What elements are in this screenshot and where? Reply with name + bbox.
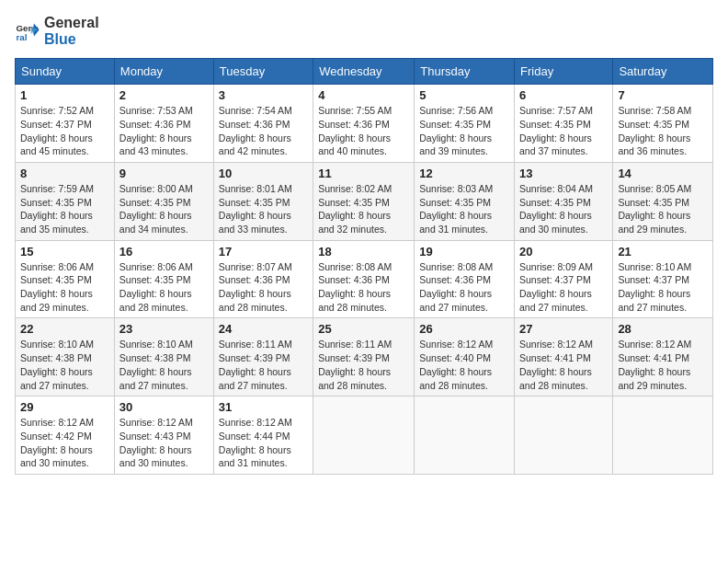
calendar-cell: 11 Sunrise: 8:02 AM Sunset: 4:35 PM Dayl… xyxy=(313,162,415,240)
calendar-week-1: 1 Sunrise: 7:52 AM Sunset: 4:37 PM Dayli… xyxy=(16,85,713,163)
day-number: 23 xyxy=(119,322,209,336)
day-number: 5 xyxy=(419,88,509,102)
day-number: 11 xyxy=(318,167,409,180)
day-number: 28 xyxy=(618,322,708,336)
calendar-cell: 10 Sunrise: 8:01 AM Sunset: 4:35 PM Dayl… xyxy=(213,162,313,240)
day-number: 3 xyxy=(219,88,308,102)
day-detail: Sunrise: 8:11 AM Sunset: 4:39 PM Dayligh… xyxy=(219,338,308,392)
calendar-cell: 30 Sunrise: 8:12 AM Sunset: 4:43 PM Dayl… xyxy=(114,396,213,475)
col-header-thursday: Thursday xyxy=(415,59,515,85)
calendar-cell: 24 Sunrise: 8:11 AM Sunset: 4:39 PM Dayl… xyxy=(213,318,313,396)
day-number: 18 xyxy=(318,245,409,259)
calendar-cell xyxy=(515,396,613,475)
day-number: 12 xyxy=(419,167,509,180)
calendar-cell: 6 Sunrise: 7:57 AM Sunset: 4:35 PM Dayli… xyxy=(515,85,613,163)
day-detail: Sunrise: 7:59 AM Sunset: 4:35 PM Dayligh… xyxy=(20,182,109,236)
col-header-friday: Friday xyxy=(515,59,613,85)
day-detail: Sunrise: 8:08 AM Sunset: 4:36 PM Dayligh… xyxy=(419,260,509,315)
day-detail: Sunrise: 7:55 AM Sunset: 4:36 PM Dayligh… xyxy=(318,104,409,158)
calendar-week-4: 22 Sunrise: 8:10 AM Sunset: 4:38 PM Dayl… xyxy=(16,318,713,396)
calendar-cell: 27 Sunrise: 8:12 AM Sunset: 4:41 PM Dayl… xyxy=(515,318,613,396)
day-number: 19 xyxy=(419,245,509,259)
page-header: Gene ral General Blue xyxy=(15,15,713,47)
day-detail: Sunrise: 8:08 AM Sunset: 4:36 PM Dayligh… xyxy=(318,260,409,315)
calendar-week-2: 8 Sunrise: 7:59 AM Sunset: 4:35 PM Dayli… xyxy=(16,162,713,240)
col-header-sunday: Sunday xyxy=(16,59,115,85)
svg-text:ral: ral xyxy=(16,31,27,41)
day-number: 24 xyxy=(219,322,308,336)
day-detail: Sunrise: 7:56 AM Sunset: 4:35 PM Dayligh… xyxy=(419,104,509,158)
day-number: 15 xyxy=(20,245,109,259)
calendar-header-row: SundayMondayTuesdayWednesdayThursdayFrid… xyxy=(16,59,713,85)
calendar-cell: 7 Sunrise: 7:58 AM Sunset: 4:35 PM Dayli… xyxy=(613,85,713,163)
day-number: 14 xyxy=(618,167,708,180)
calendar-week-5: 29 Sunrise: 8:12 AM Sunset: 4:42 PM Dayl… xyxy=(16,396,713,475)
day-number: 25 xyxy=(318,322,409,336)
calendar-cell: 19 Sunrise: 8:08 AM Sunset: 4:36 PM Dayl… xyxy=(415,240,515,318)
calendar-cell: 17 Sunrise: 8:07 AM Sunset: 4:36 PM Dayl… xyxy=(213,240,313,318)
calendar-cell: 15 Sunrise: 8:06 AM Sunset: 4:35 PM Dayl… xyxy=(16,240,115,318)
day-detail: Sunrise: 8:02 AM Sunset: 4:35 PM Dayligh… xyxy=(318,182,409,236)
day-detail: Sunrise: 8:12 AM Sunset: 4:41 PM Dayligh… xyxy=(618,338,708,392)
col-header-wednesday: Wednesday xyxy=(313,59,415,85)
day-number: 31 xyxy=(219,400,308,414)
day-number: 20 xyxy=(519,245,608,259)
day-number: 16 xyxy=(119,245,209,259)
calendar-cell: 4 Sunrise: 7:55 AM Sunset: 4:36 PM Dayli… xyxy=(313,85,415,163)
day-number: 30 xyxy=(119,400,209,414)
day-number: 8 xyxy=(20,167,109,180)
calendar-cell: 18 Sunrise: 8:08 AM Sunset: 4:36 PM Dayl… xyxy=(313,240,415,318)
day-detail: Sunrise: 7:53 AM Sunset: 4:36 PM Dayligh… xyxy=(119,104,209,158)
day-number: 6 xyxy=(519,88,608,102)
calendar-cell: 29 Sunrise: 8:12 AM Sunset: 4:42 PM Dayl… xyxy=(16,396,115,475)
day-number: 1 xyxy=(20,88,109,102)
calendar-cell: 5 Sunrise: 7:56 AM Sunset: 4:35 PM Dayli… xyxy=(415,85,515,163)
col-header-monday: Monday xyxy=(114,59,213,85)
calendar-week-3: 15 Sunrise: 8:06 AM Sunset: 4:35 PM Dayl… xyxy=(16,240,713,318)
day-number: 17 xyxy=(219,245,308,259)
day-number: 2 xyxy=(119,88,209,102)
day-detail: Sunrise: 8:10 AM Sunset: 4:37 PM Dayligh… xyxy=(618,260,708,315)
logo-text-line1: General xyxy=(44,15,99,31)
day-detail: Sunrise: 8:12 AM Sunset: 4:44 PM Dayligh… xyxy=(219,416,308,470)
logo: Gene ral General Blue xyxy=(15,15,99,47)
day-detail: Sunrise: 8:07 AM Sunset: 4:36 PM Dayligh… xyxy=(219,260,308,315)
day-number: 27 xyxy=(519,322,608,336)
day-detail: Sunrise: 8:12 AM Sunset: 4:40 PM Dayligh… xyxy=(419,338,509,392)
calendar-cell: 21 Sunrise: 8:10 AM Sunset: 4:37 PM Dayl… xyxy=(613,240,713,318)
logo-icon: Gene ral xyxy=(15,18,40,44)
calendar-cell: 25 Sunrise: 8:11 AM Sunset: 4:39 PM Dayl… xyxy=(313,318,415,396)
calendar-cell xyxy=(313,396,415,475)
day-detail: Sunrise: 8:00 AM Sunset: 4:35 PM Dayligh… xyxy=(119,182,209,236)
day-detail: Sunrise: 8:12 AM Sunset: 4:43 PM Dayligh… xyxy=(119,416,209,470)
calendar-cell: 8 Sunrise: 7:59 AM Sunset: 4:35 PM Dayli… xyxy=(16,162,115,240)
day-number: 10 xyxy=(219,167,308,180)
calendar-cell: 22 Sunrise: 8:10 AM Sunset: 4:38 PM Dayl… xyxy=(16,318,115,396)
day-detail: Sunrise: 8:01 AM Sunset: 4:35 PM Dayligh… xyxy=(219,182,308,236)
calendar-cell: 13 Sunrise: 8:04 AM Sunset: 4:35 PM Dayl… xyxy=(515,162,613,240)
day-detail: Sunrise: 8:09 AM Sunset: 4:37 PM Dayligh… xyxy=(519,260,608,315)
logo-text-line2: Blue xyxy=(44,31,99,48)
day-detail: Sunrise: 8:06 AM Sunset: 4:35 PM Dayligh… xyxy=(119,260,209,315)
calendar-cell: 20 Sunrise: 8:09 AM Sunset: 4:37 PM Dayl… xyxy=(515,240,613,318)
calendar-cell: 28 Sunrise: 8:12 AM Sunset: 4:41 PM Dayl… xyxy=(613,318,713,396)
calendar-cell: 9 Sunrise: 8:00 AM Sunset: 4:35 PM Dayli… xyxy=(114,162,213,240)
calendar-cell: 1 Sunrise: 7:52 AM Sunset: 4:37 PM Dayli… xyxy=(16,85,115,163)
day-detail: Sunrise: 8:04 AM Sunset: 4:35 PM Dayligh… xyxy=(519,182,608,236)
day-detail: Sunrise: 8:12 AM Sunset: 4:41 PM Dayligh… xyxy=(519,338,608,392)
calendar-cell xyxy=(415,396,515,475)
day-detail: Sunrise: 7:52 AM Sunset: 4:37 PM Dayligh… xyxy=(20,104,109,158)
calendar-cell: 2 Sunrise: 7:53 AM Sunset: 4:36 PM Dayli… xyxy=(114,85,213,163)
calendar-cell: 14 Sunrise: 8:05 AM Sunset: 4:35 PM Dayl… xyxy=(613,162,713,240)
day-detail: Sunrise: 8:10 AM Sunset: 4:38 PM Dayligh… xyxy=(119,338,209,392)
day-number: 26 xyxy=(419,322,509,336)
day-detail: Sunrise: 8:11 AM Sunset: 4:39 PM Dayligh… xyxy=(318,338,409,392)
day-number: 22 xyxy=(20,322,109,336)
day-detail: Sunrise: 8:03 AM Sunset: 4:35 PM Dayligh… xyxy=(419,182,509,236)
calendar-cell: 23 Sunrise: 8:10 AM Sunset: 4:38 PM Dayl… xyxy=(114,318,213,396)
calendar-table: SundayMondayTuesdayWednesdayThursdayFrid… xyxy=(15,58,713,475)
col-header-tuesday: Tuesday xyxy=(213,59,313,85)
calendar-cell: 16 Sunrise: 8:06 AM Sunset: 4:35 PM Dayl… xyxy=(114,240,213,318)
col-header-saturday: Saturday xyxy=(613,59,713,85)
day-number: 4 xyxy=(318,88,409,102)
